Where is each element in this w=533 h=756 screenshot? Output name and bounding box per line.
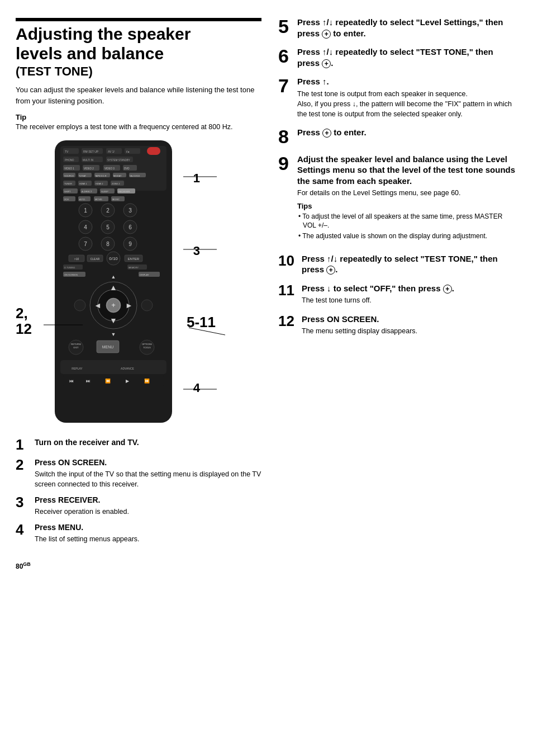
svg-text:DVD: DVD xyxy=(124,167,130,170)
remote-callout-5-11: 5-11 xyxy=(187,314,216,331)
step-1-title: Turn on the receiver and TV. xyxy=(35,437,261,447)
step-5-number: 5 xyxy=(278,17,294,36)
step-4-number: 4 xyxy=(16,522,31,537)
svg-text:⏪: ⏪ xyxy=(105,378,111,384)
step-9-title: Adjust the speaker level and balance usi… xyxy=(297,154,517,187)
tip-item-1: To adjust the level of all speakers at t… xyxy=(297,212,517,231)
svg-text:TUNER: TUNER xyxy=(64,182,72,185)
title-bar xyxy=(16,18,261,21)
svg-text:8: 8 xyxy=(106,241,110,247)
step-12-content: Press ON SCREEN. The menu setting displa… xyxy=(302,314,517,337)
svg-text:REPLAY: REPLAY xyxy=(72,367,83,370)
remote-callout-3: 3 xyxy=(193,244,200,258)
intro-text: You can adjust the speaker levels and ba… xyxy=(16,84,261,106)
svg-text:9: 9 xyxy=(129,241,132,247)
step-4: 4 Press MENU. The list of setting menus … xyxy=(16,522,261,544)
step-9-number: 9 xyxy=(278,154,294,173)
step-5-title: Press ↑/↓ repeatedly to select "Level Se… xyxy=(297,17,517,39)
svg-text:ENTER: ENTER xyxy=(128,257,140,261)
svg-text:MENU: MENU xyxy=(102,345,114,349)
svg-text:◄: ◄ xyxy=(94,301,102,310)
svg-text:TV: TV xyxy=(65,150,69,153)
step-3: 3 Press RECEIVER. Receiver operation is … xyxy=(16,495,261,517)
remote-svg: TV RM SET UP AV 1/ i/● PHONO MULTI IN SY… xyxy=(44,140,183,426)
svg-text:>10: >10 xyxy=(74,257,79,261)
left-column: Adjusting the speaker levels and balance… xyxy=(16,17,273,739)
svg-text:▼: ▼ xyxy=(110,316,117,325)
svg-text:SA-CD/CD: SA-CD/CD xyxy=(130,175,140,177)
svg-text:i/●: i/● xyxy=(126,150,130,153)
svg-text:ZONE 2: ZONE 2 xyxy=(112,182,120,185)
step-11: 11 Press ↓ to select "OFF," then press +… xyxy=(278,283,517,306)
svg-text:MEMORY: MEMORY xyxy=(129,266,139,269)
svg-text:▶: ▶ xyxy=(126,379,130,384)
step-11-content: Press ↓ to select "OFF," then press +. T… xyxy=(302,283,517,306)
step-10: 10 Press ↑/↓ repeatedly to select "TEST … xyxy=(278,253,517,275)
step-6: 6 Press ↑/↓ repeatedly to select "TEST T… xyxy=(278,46,517,68)
step-12: 12 Press ON SCREEN. The menu setting dis… xyxy=(278,314,517,337)
step-9-desc: For details on the Level Settings menu, … xyxy=(297,188,517,198)
step-1-number: 1 xyxy=(16,437,31,452)
svg-text:RECEIVER: RECEIVER xyxy=(118,190,130,193)
svg-text:HDMI 2: HDMI 2 xyxy=(96,182,103,185)
svg-text:PHONO: PHONO xyxy=(65,159,74,162)
step-3-number: 3 xyxy=(16,495,31,509)
svg-rect-11 xyxy=(147,147,160,155)
step-12-title: Press ON SCREEN. xyxy=(302,314,517,325)
svg-text:ADVANCE: ADVANCE xyxy=(121,367,134,370)
step-10-content: Press ↑/↓ repeatedly to select "TEST TON… xyxy=(302,253,517,275)
page-number: 80GB xyxy=(16,561,261,570)
svg-text:⏮: ⏮ xyxy=(69,379,74,384)
remote-callout-2-12: 2,12 xyxy=(16,305,32,337)
svg-text:EXIT: EXIT xyxy=(74,346,79,349)
svg-text:RETURN/: RETURN/ xyxy=(71,343,82,346)
page: Adjusting the speaker levels and balance… xyxy=(0,0,533,756)
svg-text:MOVIE: MOVIE xyxy=(95,198,102,201)
svg-point-108 xyxy=(74,300,85,311)
tip-item-2: The adjusted value is shown on the displ… xyxy=(297,231,517,241)
step-2-desc: Switch the input of the TV so that the s… xyxy=(35,469,261,489)
step-12-number: 12 xyxy=(278,314,298,328)
svg-text:6: 6 xyxy=(129,224,132,230)
svg-text:AV 1/: AV 1/ xyxy=(108,150,115,153)
step-6-content: Press ↑/↓ repeatedly to select "TEST TON… xyxy=(297,46,517,68)
step-4-desc: The list of setting menus appears. xyxy=(35,534,261,544)
svg-text:▼: ▼ xyxy=(111,332,116,337)
step-8-title: Press + to enter. xyxy=(297,127,517,138)
svg-text:+: + xyxy=(111,301,116,309)
svg-point-109 xyxy=(141,300,153,311)
tips-box: Tips To adjust the level of all speakers… xyxy=(297,202,517,241)
svg-text:4: 4 xyxy=(84,224,87,230)
step-2: 2 Press ON SCREEN. Switch the input of t… xyxy=(16,457,261,489)
step-7-content: Press ↑. The test tone is output from ea… xyxy=(297,76,517,119)
step-8-content: Press + to enter. xyxy=(297,127,517,138)
svg-text:VIDEO 3: VIDEO 3 xyxy=(104,167,115,170)
tip-section: Tip The receiver employs a test tone wit… xyxy=(16,113,261,133)
step-1: 1 Turn on the receiver and TV. xyxy=(16,437,261,452)
step-7-title: Press ↑. xyxy=(297,76,517,87)
step-6-title: Press ↑/↓ repeatedly to select "TEST TON… xyxy=(297,46,517,68)
step-11-title: Press ↓ to select "OFF," then press +. xyxy=(302,283,517,294)
svg-text:▲: ▲ xyxy=(111,274,116,280)
step-9: 9 Adjust the speaker level and balance u… xyxy=(278,154,517,245)
svg-text:A.F.D.: A.F.D. xyxy=(79,198,85,201)
step-6-number: 6 xyxy=(278,46,294,65)
main-title: Adjusting the speaker levels and balance xyxy=(16,25,261,63)
step-9-content: Adjust the speaker level and balance usi… xyxy=(297,154,517,245)
svg-text:2CH: 2CH xyxy=(64,198,69,201)
svg-text:TOOLS: TOOLS xyxy=(143,346,151,349)
svg-text:►: ► xyxy=(125,301,133,310)
step-11-number: 11 xyxy=(278,283,298,297)
step-3-title: Press RECEIVER. xyxy=(35,495,261,505)
svg-text:TV/SAT: TV/SAT xyxy=(79,175,87,177)
svg-text:TAPE/CO-R: TAPE/CO-R xyxy=(95,175,107,177)
step-4-content: Press MENU. The list of setting menus ap… xyxy=(35,522,261,544)
step-1-content: Turn on the receiver and TV. xyxy=(35,437,261,447)
step-4-title: Press MENU. xyxy=(35,522,261,532)
step-10-number: 10 xyxy=(278,253,298,268)
right-column: 5 Press ↑/↓ repeatedly to select "Level … xyxy=(273,17,517,739)
svg-text:1: 1 xyxy=(84,207,87,214)
svg-text:⏩: ⏩ xyxy=(144,378,150,384)
svg-text:▲: ▲ xyxy=(110,283,117,292)
tip-heading: Tip xyxy=(16,113,261,121)
